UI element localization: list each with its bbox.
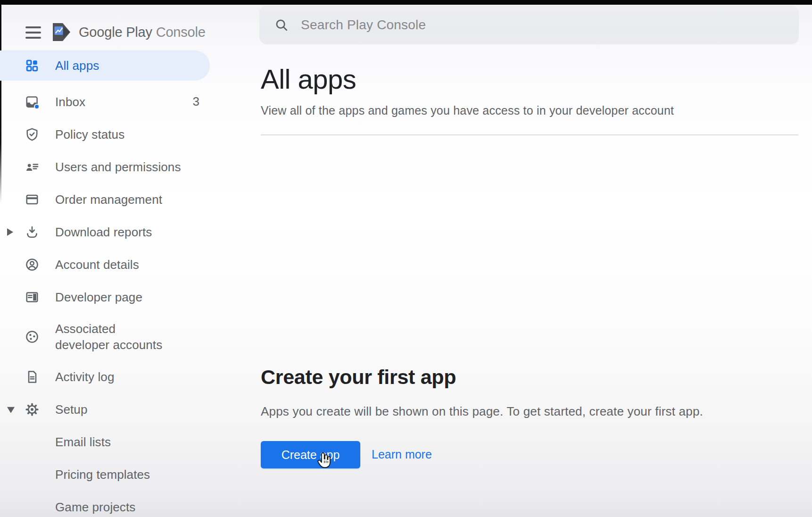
sidebar-item-inbox[interactable]: Inbox 3 <box>0 85 210 118</box>
empty-state-description: Apps you create will be shown on this pa… <box>261 404 703 419</box>
search-input[interactable]: Search Play Console <box>259 6 799 44</box>
associated-accounts-icon <box>25 329 40 344</box>
play-console-window: Google Play Console Search Play Console <box>0 0 812 517</box>
sidebar-item-pricing-templates[interactable]: Pricing templates <box>0 458 210 491</box>
activity-log-icon <box>25 369 40 384</box>
page-title: All apps <box>261 64 356 94</box>
sidebar-item-label: All apps <box>55 58 99 74</box>
content-divider <box>261 134 798 135</box>
letterbox-top <box>0 0 812 5</box>
all-apps-grid-icon <box>25 58 40 73</box>
download-icon <box>25 225 40 240</box>
app-header: Google Play Console Search Play Console <box>0 5 812 50</box>
sidebar-item-game-projects[interactable]: Game projects <box>0 491 210 517</box>
logo-wordmark: Google Play Console <box>79 25 206 40</box>
sidebar-item-developer-page[interactable]: Developer page <box>0 281 210 313</box>
order-card-icon <box>25 192 40 207</box>
sidebar-item-label: Associated developer accounts <box>55 321 173 353</box>
play-console-logo: Google Play Console <box>50 20 206 44</box>
sidebar-item-label: Email lists <box>55 434 111 450</box>
inbox-count-badge: 3 <box>193 94 199 109</box>
expand-expanded-icon[interactable] <box>7 407 15 413</box>
sidebar-item-account-details[interactable]: Account details <box>0 248 210 281</box>
empty-state-title: Create your first app <box>261 366 456 389</box>
menu-hamburger-icon[interactable] <box>25 25 41 40</box>
sidebar-item-label: Users and permissions <box>55 159 181 175</box>
search-icon <box>274 18 289 32</box>
logo-text-primary: Google Play <box>79 25 152 40</box>
sidebar-item-policy-status[interactable]: Policy status <box>0 118 210 150</box>
policy-shield-icon <box>25 127 40 142</box>
sidebar-item-download-reports[interactable]: Download reports <box>0 216 210 248</box>
sidebar-item-label: Activity log <box>55 369 114 385</box>
page-subtitle: View all of the apps and games you have … <box>261 104 674 117</box>
learn-more-link[interactable]: Learn more <box>372 448 432 461</box>
play-logo-icon <box>50 20 73 44</box>
users-icon <box>25 159 40 175</box>
search-placeholder: Search Play Console <box>301 17 426 33</box>
expand-collapsed-icon[interactable] <box>7 228 13 236</box>
sidebar-item-label: Account details <box>55 257 139 273</box>
account-person-icon <box>25 257 40 272</box>
setup-gear-icon <box>25 402 40 417</box>
sidebar-item-label: Developer page <box>55 289 142 305</box>
inbox-icon <box>25 94 40 109</box>
sidebar-item-order-management[interactable]: Order management <box>0 183 210 216</box>
sidebar-item-label: Game projects <box>55 499 135 515</box>
sidebar-item-users-and-permissions[interactable]: Users and permissions <box>0 150 210 183</box>
sidebar-item-label: Policy status <box>55 126 124 142</box>
create-app-button[interactable]: Create app <box>261 441 360 468</box>
sidebar-item-label: Order management <box>55 192 162 208</box>
sidebar-item-all-apps[interactable]: All apps <box>0 50 210 81</box>
sidebar-item-label: Inbox <box>55 94 85 110</box>
sidebar-item-label: Setup <box>55 401 87 417</box>
sidebar-item-activity-log[interactable]: Activity log <box>0 360 210 393</box>
sidebar-item-label: Download reports <box>55 224 152 240</box>
sidebar-nav: All apps Inbox 3 Policy status <box>0 50 215 517</box>
developer-page-icon <box>25 290 40 305</box>
sidebar-item-associated-developer-accounts[interactable]: Associated developer accounts <box>0 313 210 360</box>
sidebar-item-setup[interactable]: Setup <box>0 393 210 425</box>
sidebar-item-label: Pricing templates <box>55 467 150 483</box>
sidebar-item-email-lists[interactable]: Email lists <box>0 425 210 458</box>
logo-text-secondary: Console <box>156 25 206 40</box>
